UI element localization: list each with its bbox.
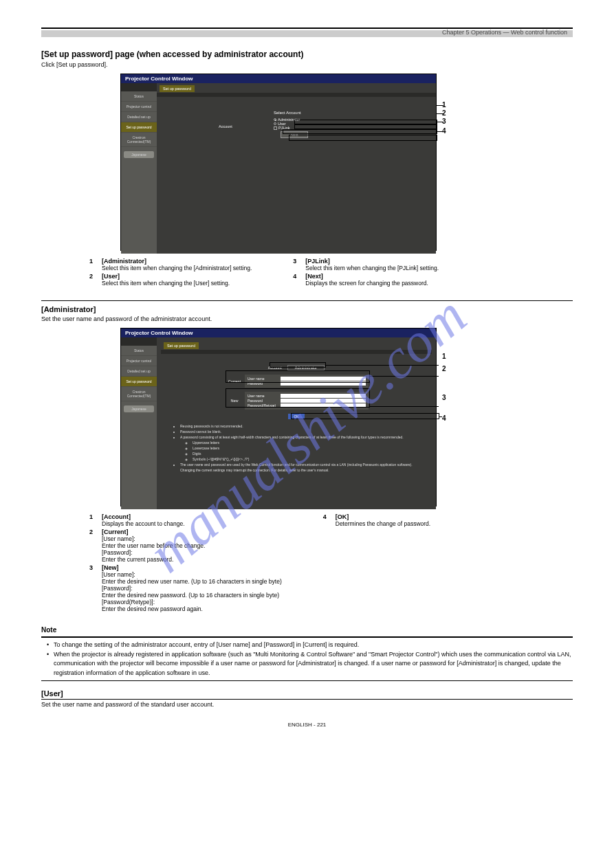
desc-sub: Enter the desired new user name. (Up to … bbox=[102, 578, 282, 585]
desc-sub: Select this item when changing the [User… bbox=[102, 280, 230, 287]
desc-title: [OK] bbox=[336, 513, 349, 520]
screenshot-main: Set up password Select Account Account A… bbox=[157, 83, 436, 254]
desc-num: 3 bbox=[293, 258, 303, 271]
desc-title: [Administrator] bbox=[102, 258, 146, 265]
sidebar-japanese-button[interactable]: Japanese bbox=[124, 151, 154, 158]
sidebar-item-setup-password[interactable]: Set up password bbox=[121, 377, 157, 387]
note-sub: Lowercase letters bbox=[193, 445, 424, 451]
desc-title: [Account] bbox=[102, 513, 131, 520]
desc-num: 4 bbox=[323, 513, 333, 527]
section-divider bbox=[41, 300, 573, 301]
sidebar-2: Status Projector control Detailed set up… bbox=[121, 337, 157, 509]
window-title-2: Projector Control Window bbox=[121, 329, 436, 337]
note-item: The user name and password are used by t… bbox=[180, 462, 424, 467]
desc-title: [Current] bbox=[102, 528, 129, 535]
desc-sub: Select this item when changing the [Admi… bbox=[102, 265, 252, 271]
callout-desc-1: 1[Administrator]Select this item when ch… bbox=[89, 258, 573, 288]
note-item: Password cannot be blank. bbox=[180, 429, 424, 434]
desc-title: [Next] bbox=[305, 273, 323, 280]
note-sub: Uppercase letters bbox=[193, 440, 424, 445]
desc-num: 3 bbox=[89, 564, 99, 612]
note-box: To change the setting of the administrat… bbox=[41, 636, 573, 681]
note-line: When the projector is already registered… bbox=[47, 650, 573, 678]
callout-box-4 bbox=[289, 135, 437, 141]
screenshot-1-block: Projector Control Window Status Projecto… bbox=[41, 74, 573, 251]
callout-desc-2: 1[Account]Displays the account to change… bbox=[89, 513, 573, 614]
callout2-1: 1 bbox=[442, 353, 446, 360]
account-label: Account bbox=[219, 124, 232, 129]
note-sub: Symbols (~!@#$%^&*()_+\|}{][<>.,/?') bbox=[193, 456, 424, 462]
sidebar-item-status[interactable]: Status bbox=[121, 91, 157, 102]
callout-box-3 bbox=[283, 129, 437, 134]
sidebar-item-projector-control[interactable]: Projector control bbox=[121, 102, 157, 112]
lead-4 bbox=[437, 131, 443, 132]
user-subhead: [User] bbox=[41, 689, 573, 700]
page-number: ENGLISH - 221 bbox=[41, 722, 573, 728]
page-tab-button-2[interactable]: Set up password bbox=[164, 342, 199, 349]
note-sub: Digits bbox=[193, 451, 424, 456]
section-body: Click [Set up password]. bbox=[41, 61, 573, 68]
sidebar-item-setup-password[interactable]: Set up password bbox=[121, 122, 157, 133]
page-tab-button[interactable]: Set up password bbox=[160, 85, 195, 92]
callout2-2: 2 bbox=[442, 365, 446, 372]
desc-sub: Displays the screen for changing the pas… bbox=[305, 280, 428, 287]
section-title: [Set up password] page (when accessed by… bbox=[41, 49, 573, 59]
note-heading: Note bbox=[41, 626, 573, 634]
note-item: A password consisting of at least eight … bbox=[180, 434, 424, 440]
screenshot-2: Projector Control Window Status Projecto… bbox=[120, 328, 437, 507]
desc-title: [PJLink] bbox=[305, 258, 330, 265]
desc-num: 2 bbox=[89, 528, 99, 563]
screenshot-main-2: Set up password Account Administrator Cu… bbox=[157, 337, 436, 509]
lead2-2 bbox=[370, 376, 439, 377]
note-line: To change the setting of the administrat… bbox=[47, 641, 573, 650]
desc-sub: [Password]: bbox=[102, 585, 282, 592]
lead2-3 bbox=[370, 406, 439, 407]
sidebar-item-detailed-setup[interactable]: Detailed set up bbox=[121, 366, 157, 377]
desc-sub: [Password(Retype)]: bbox=[102, 599, 282, 605]
note-item: Changing the current settings may interr… bbox=[180, 467, 424, 473]
admin-body: Set the user name and password of the ad… bbox=[41, 315, 573, 322]
sidebar-item-projector-control[interactable]: Projector control bbox=[121, 356, 157, 366]
desc-sub: [Password]: bbox=[102, 549, 205, 556]
callout2-4: 4 bbox=[442, 414, 446, 422]
window-title: Projector Control Window bbox=[121, 74, 436, 83]
page: [Set up password] page (when accessed by… bbox=[0, 0, 614, 742]
chapter-header bbox=[41, 30, 573, 37]
desc-sub: Enter the current password. bbox=[102, 556, 205, 563]
callout2-box-4 bbox=[291, 413, 439, 419]
admin-heading: [Administrator] bbox=[41, 305, 573, 313]
desc-sub: Determines the change of password. bbox=[336, 520, 430, 527]
callout2-box-3 bbox=[226, 388, 370, 408]
lead2-1 bbox=[326, 365, 439, 366]
lead-2 bbox=[437, 113, 443, 114]
user-body: Set the user name and password of the st… bbox=[41, 701, 573, 708]
password-notes: Reusing passwords is not recommended. Pa… bbox=[173, 423, 424, 473]
desc-num: 4 bbox=[293, 273, 303, 287]
callout-box-2 bbox=[294, 124, 437, 129]
desc-num: 2 bbox=[89, 273, 99, 287]
sidebar-item-status[interactable]: Status bbox=[121, 346, 157, 356]
desc-sub: Displays the account to change. bbox=[102, 520, 185, 527]
desc-title: [New] bbox=[102, 564, 119, 571]
desc-num: 1 bbox=[89, 258, 99, 271]
sidebar: Status Projector control Detailed set up… bbox=[121, 83, 157, 254]
desc-title: [User] bbox=[102, 273, 120, 280]
lead-1 bbox=[437, 105, 443, 106]
lead-3 bbox=[437, 122, 443, 122]
note-item: Reusing passwords is not recommended. bbox=[180, 423, 424, 429]
desc-sub: Enter the user name before the change. bbox=[102, 542, 205, 549]
select-account-label: Select Account bbox=[274, 111, 422, 115]
desc-sub: [User name]: bbox=[102, 535, 205, 542]
callout2-3: 3 bbox=[442, 394, 446, 401]
desc-sub: Enter the desired new password. (Up to 1… bbox=[102, 592, 282, 599]
desc-num: 1 bbox=[89, 513, 99, 527]
desc-sub: Select this item when changing the [PJLi… bbox=[305, 265, 439, 271]
callout2-box-1 bbox=[270, 362, 326, 368]
desc-sub: Enter the desired new password again. bbox=[102, 605, 282, 612]
screenshot-2-block: Projector Control Window Status Projecto… bbox=[41, 328, 573, 507]
sidebar-japanese-button[interactable]: Japanese bbox=[124, 405, 154, 412]
sidebar-item-crestron[interactable]: Crestron Connected(TM) bbox=[121, 133, 157, 147]
screenshot-1: Projector Control Window Status Projecto… bbox=[120, 74, 437, 251]
sidebar-item-crestron[interactable]: Crestron Connected(TM) bbox=[121, 387, 157, 401]
sidebar-item-detailed-setup[interactable]: Detailed set up bbox=[121, 112, 157, 122]
